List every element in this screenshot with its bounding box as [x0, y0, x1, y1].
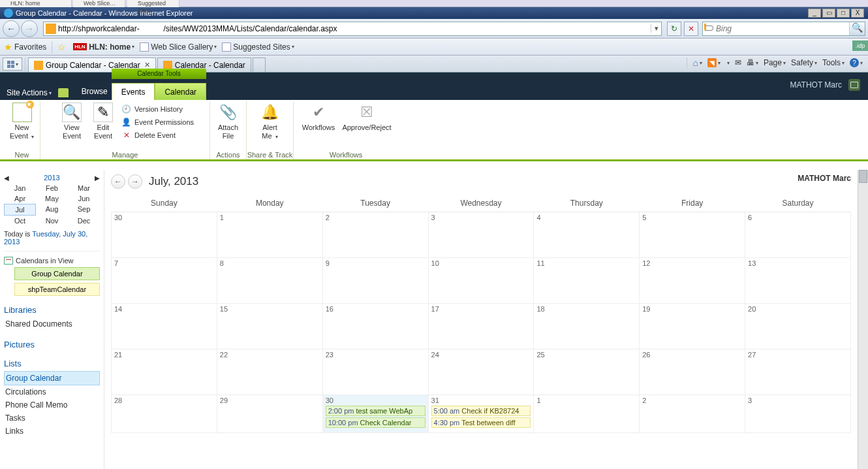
maximize-button[interactable]: □ [837, 8, 850, 18]
search-button[interactable]: 🔍 [849, 22, 865, 35]
calendar-cell[interactable]: 5 [640, 212, 745, 258]
fav-suggested[interactable]: Suggested Sites▾ [222, 42, 294, 52]
minical-next[interactable]: ▶ [95, 174, 100, 182]
month-apr[interactable]: Apr [4, 193, 36, 204]
navigate-up-icon[interactable] [58, 88, 69, 97]
edit-event-button[interactable]: ✎Edit Event [87, 101, 119, 150]
calendar-cell[interactable]: 302:00 pm test same WebAp10:00 pm Check … [322, 395, 428, 433]
event-item[interactable]: 4:30 pm Test between diff [431, 417, 531, 428]
refresh-button[interactable]: ↻ [667, 22, 681, 36]
alert-me-button[interactable]: 🔔Alert Me ▾ [251, 101, 290, 150]
search-bar[interactable]: 🔍 [702, 22, 865, 36]
nav-pictures[interactable]: Pictures [4, 340, 100, 349]
user-menu[interactable]: MATHOT Marc [790, 80, 842, 89]
calendar-cell[interactable]: 10 [428, 258, 534, 304]
view-event-button[interactable]: 🔍View Event [56, 101, 87, 150]
delete-event-button[interactable]: ✕Delete Event [121, 129, 194, 142]
new-tab-button[interactable] [253, 57, 266, 72]
calendar-cell[interactable]: 1 [534, 395, 640, 433]
developer-dashboard-icon[interactable] [848, 79, 860, 91]
minimize-button[interactable]: _ [808, 8, 821, 18]
month-mar[interactable]: Mar [68, 183, 100, 193]
calendar-cell[interactable]: 20 [745, 304, 851, 349]
calendar-cell[interactable]: 26 [640, 349, 745, 395]
favorites-label[interactable]: Favorites [14, 42, 46, 52]
calendar-cell[interactable]: 27 [745, 349, 851, 395]
month-may[interactable]: May [36, 193, 68, 204]
minical-year[interactable]: 2013 [44, 174, 59, 182]
calendar-cell[interactable]: 6 [745, 212, 851, 258]
cal-prev-month[interactable]: ← [111, 174, 125, 189]
page-menu[interactable]: Page▾ [764, 58, 786, 67]
help-menu[interactable]: ?▾ [850, 58, 863, 67]
calendar-chip-group[interactable]: Group Calendar [14, 267, 100, 280]
fav-webslice[interactable]: Web Slice Gallery▾ [140, 42, 217, 52]
favorites-star-icon[interactable]: ★ [4, 42, 12, 52]
month-sep[interactable]: Sep [68, 204, 100, 216]
scroll-thumb[interactable] [859, 170, 867, 183]
calendar-cell[interactable]: 30 [112, 212, 217, 258]
minical-prev[interactable]: ◀ [4, 174, 9, 182]
nav-shared-documents[interactable]: Shared Documents [4, 317, 100, 331]
feeds-split-button[interactable]: ◥▾ [707, 58, 721, 67]
fav-hln[interactable]: HLN HLN: home▾ [73, 42, 134, 52]
attach-file-button[interactable]: 📎Attach File [213, 101, 244, 150]
calendar-cell[interactable]: 22 [217, 349, 322, 395]
forward-button[interactable]: → [21, 20, 38, 37]
month-dec[interactable]: Dec [68, 216, 100, 226]
nav-group-calendar[interactable]: Group Calendar [4, 371, 100, 385]
calendar-cell[interactable]: 21 [112, 349, 217, 395]
calendar-cell[interactable]: 28 [112, 395, 217, 433]
calendar-cell[interactable]: 4 [534, 212, 640, 258]
event-item[interactable]: 5:00 am Check if KB28724 [431, 406, 531, 416]
safety-menu[interactable]: Safety▾ [791, 58, 817, 67]
workflows-button[interactable]: ✔Workflows [298, 101, 339, 150]
calendar-cell[interactable]: 18 [534, 304, 640, 349]
address-bar[interactable]: ▾ [43, 22, 662, 36]
calendar-cell[interactable]: 3 [428, 212, 534, 258]
calendar-cell[interactable]: 2 [640, 395, 745, 433]
calendar-cell[interactable]: 8 [217, 258, 322, 304]
calendar-cell[interactable]: 7 [112, 258, 217, 304]
month-aug[interactable]: Aug [36, 204, 68, 216]
home-split-button[interactable]: ⌂▾ [692, 57, 702, 68]
restore-button[interactable]: ▭ [822, 8, 835, 18]
browse-tab[interactable]: Browse [82, 87, 108, 96]
favorites-add-icon[interactable]: ☆ [57, 42, 68, 52]
nav-tasks[interactable]: Tasks [4, 412, 100, 425]
calendar-cell[interactable]: 13 [745, 258, 851, 304]
month-feb[interactable]: Feb [36, 183, 68, 193]
calendar-cell[interactable]: 29 [217, 395, 322, 433]
calendar-cell[interactable]: 14 [112, 304, 217, 349]
calendar-cell[interactable]: 17 [428, 304, 534, 349]
calendar-cell[interactable]: 9 [322, 258, 428, 304]
quick-tabs-button[interactable]: ▾ [3, 57, 22, 71]
site-actions-menu[interactable]: Site Actions▾ [7, 88, 52, 97]
top-tab-1[interactable]: HLN: home [0, 0, 72, 7]
cal-next-month[interactable]: → [128, 174, 142, 189]
calendar-cell[interactable]: 16 [322, 304, 428, 349]
calendar-cell[interactable]: 3 [745, 395, 851, 433]
calendar-cell[interactable]: 12 [640, 258, 745, 304]
calendar-cell[interactable]: 1 [217, 212, 322, 258]
stop-button[interactable]: ✕ [684, 22, 698, 36]
read-mail-button[interactable]: ✉ [735, 58, 741, 67]
month-nov[interactable]: Nov [36, 216, 68, 226]
nav-phone-memo[interactable]: Phone Call Memo [4, 398, 100, 412]
back-button[interactable]: ← [3, 20, 20, 37]
event-item[interactable]: 2:00 pm test same WebAp [326, 406, 426, 416]
event-item[interactable]: 10:00 pm Check Calendar [326, 417, 426, 428]
new-event-button[interactable]: ★ New Event ▾ [7, 101, 38, 150]
calendar-cell[interactable]: 24 [428, 349, 534, 395]
page-scrollbar[interactable]: ▲ [858, 170, 868, 469]
tools-menu[interactable]: Tools▾ [822, 58, 845, 67]
search-input[interactable] [716, 22, 849, 35]
version-history-button[interactable]: 🕘Version History [121, 103, 194, 116]
nav-links[interactable]: Links [4, 425, 100, 438]
calendar-cell[interactable]: 315:00 am Check if KB287244:30 pm Test b… [428, 395, 534, 433]
calendar-cell[interactable]: 2 [322, 212, 428, 258]
month-jan[interactable]: Jan [4, 183, 36, 193]
calendar-chip-team[interactable]: shpTeamCalendar [14, 283, 100, 296]
calendar-cell[interactable]: 11 [534, 258, 640, 304]
event-permissions-button[interactable]: 👤Event Permissions [121, 116, 194, 129]
